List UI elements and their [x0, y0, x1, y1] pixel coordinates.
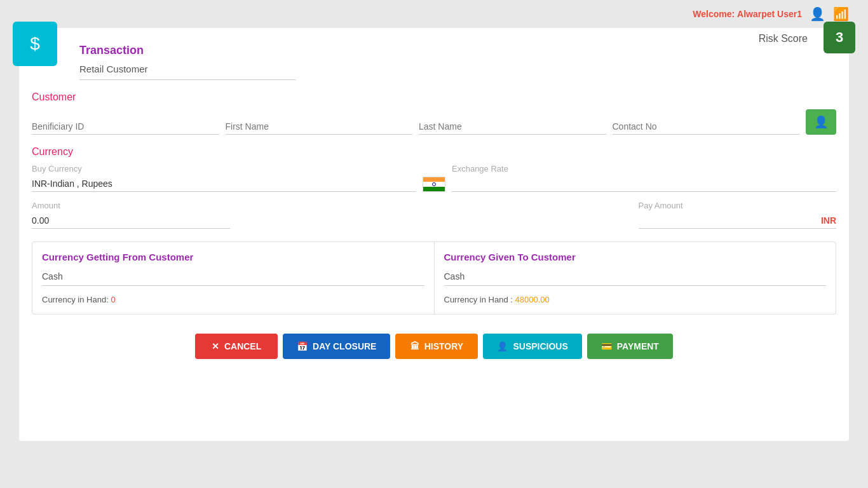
beneficiary-id-group	[32, 119, 219, 135]
contact-no-group	[613, 119, 800, 135]
amount-group: Amount	[32, 201, 230, 229]
flag-white-stripe	[423, 182, 445, 186]
welcome-label: Welcome:	[693, 9, 735, 19]
flag-orange-stripe	[423, 177, 445, 182]
retail-customer: Retail Customer	[79, 64, 295, 80]
exchange-rate-label: Exchange Rate	[452, 164, 836, 173]
exchange-rate-input[interactable]	[452, 176, 836, 192]
history-label: HISTORY	[424, 341, 463, 351]
beneficiary-id-input[interactable]	[32, 119, 219, 135]
payment-button[interactable]: 💳 PAYMENT	[587, 334, 673, 359]
india-flag	[423, 177, 445, 192]
currency-given-hand-value: 48000.00	[515, 295, 550, 304]
payment-icon: 💳	[601, 341, 612, 351]
buy-currency-group: Buy Currency	[32, 164, 416, 192]
customer-form-row: 👤	[32, 109, 836, 135]
pay-amount-group: Pay Amount INR	[639, 201, 837, 229]
currency-getting-in-hand: Currency in Hand: 0	[42, 295, 424, 304]
last-name-input[interactable]	[419, 119, 606, 135]
amount-row: Amount Pay Amount INR	[32, 201, 836, 229]
buy-currency-input[interactable]	[32, 176, 416, 192]
buy-currency-row: Buy Currency Exchange Rate	[32, 164, 836, 192]
currency-given-panel: Currency Given To Customer Cash Currency…	[435, 242, 836, 314]
last-name-group	[419, 119, 606, 135]
currency-getting-field: Cash	[42, 271, 424, 286]
history-button[interactable]: 🏛 HISTORY	[395, 334, 478, 359]
cancel-label: CANCEL	[224, 341, 261, 351]
day-closure-label: DAY CLOSURE	[313, 341, 376, 351]
currency-given-title: Currency Given To Customer	[444, 252, 827, 262]
currency-getting-panel: Currency Getting From Customer Cash Curr…	[32, 242, 435, 314]
flag-green-stripe	[423, 187, 445, 191]
amount-label: Amount	[32, 201, 230, 210]
first-name-group	[226, 119, 413, 135]
transaction-icon-box: $	[13, 22, 57, 66]
currency-given-in-hand: Currency in Hand : 48000.00	[444, 295, 827, 304]
dollar-icon: $	[30, 34, 40, 54]
suspicious-button[interactable]: 👤 SUSPICIOUS	[483, 334, 581, 359]
pay-amount-currency: INR	[821, 215, 836, 226]
day-closure-icon: 📅	[297, 341, 308, 351]
exchange-rate-group: Exchange Rate	[452, 164, 836, 192]
currency-getting-hand-label: Currency in Hand:	[42, 295, 109, 304]
currency-given-hand-label: Currency in Hand :	[444, 295, 513, 304]
user-name: Alwarpet User1	[737, 9, 802, 19]
top-bar: Welcome: Alwarpet User1 👤 📶	[0, 0, 868, 28]
main-container: $ Risk Score 3 Transaction Retail Custom…	[19, 28, 849, 441]
history-icon: 🏛	[410, 341, 419, 351]
currency-getting-hand-value: 0	[111, 295, 115, 304]
bottom-panels: Currency Getting From Customer Cash Curr…	[32, 241, 836, 315]
buy-currency-label: Buy Currency	[32, 164, 416, 173]
suspicious-icon: 👤	[497, 341, 508, 351]
transaction-title: Transaction	[79, 41, 836, 57]
risk-score-label: Risk Score	[759, 33, 808, 44]
suspicious-label: SUSPICIOUS	[513, 341, 567, 351]
pay-amount-label: Pay Amount	[639, 201, 837, 210]
amount-input[interactable]	[32, 213, 230, 229]
welcome-text: Welcome: Alwarpet User1	[693, 9, 802, 19]
flag-chakra	[432, 182, 436, 186]
day-closure-button[interactable]: 📅 DAY CLOSURE	[283, 334, 390, 359]
wifi-icon: 📶	[833, 6, 849, 22]
contact-no-input[interactable]	[613, 119, 800, 135]
payment-label: PAYMENT	[617, 341, 659, 351]
user-icon: 👤	[810, 6, 825, 22]
pay-amount-value: INR	[639, 213, 837, 229]
risk-score-box: 3	[824, 22, 855, 53]
first-name-input[interactable]	[226, 119, 413, 135]
cancel-button[interactable]: ✕ CANCEL	[195, 334, 278, 359]
currency-given-field: Cash	[444, 271, 827, 286]
currency-getting-title: Currency Getting From Customer	[42, 252, 424, 262]
currency-section-title: Currency	[32, 146, 836, 158]
cancel-icon: ✕	[212, 341, 219, 351]
search-customer-button[interactable]: 👤	[806, 109, 836, 135]
risk-score-value: 3	[836, 29, 843, 46]
customer-section-title: Customer	[32, 92, 836, 103]
person-search-icon: 👤	[814, 115, 828, 129]
action-buttons: ✕ CANCEL 📅 DAY CLOSURE 🏛 HISTORY 👤 SUSPI…	[32, 327, 836, 362]
